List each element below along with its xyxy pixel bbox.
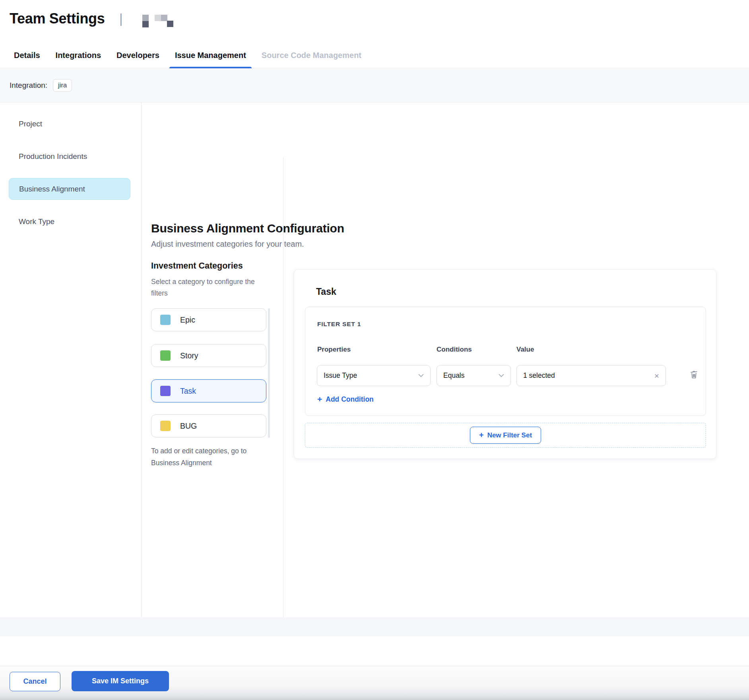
column-header-conditions: Conditions <box>437 346 472 354</box>
category-button-task[interactable]: Task <box>151 379 266 402</box>
redacted-team-name-pixel <box>155 15 161 21</box>
category-button-epic[interactable]: Epic <box>151 308 266 331</box>
categories-note: To add or edit categories, go to Busines… <box>151 445 264 469</box>
category-button-story[interactable]: Story <box>151 344 266 367</box>
content-area: Project Production Incidents Business Al… <box>0 102 749 617</box>
redacted-team-name-pixel <box>161 15 167 21</box>
category-label: Task <box>180 387 196 396</box>
redacted-team-name-pixel <box>142 21 149 27</box>
new-filter-set-label: New Filter Set <box>487 431 532 439</box>
tab-details[interactable]: Details <box>14 43 40 68</box>
save-im-settings-button[interactable]: Save IM Settings <box>72 671 169 691</box>
clear-value-icon[interactable]: × <box>654 371 659 380</box>
investment-categories-heading: Investment Categories <box>151 261 243 271</box>
integration-chip-jira: jira <box>53 79 72 92</box>
redacted-team-name-pixel <box>142 15 149 21</box>
task-filter-panel: Task FILTER SET 1 Properties Conditions … <box>294 269 716 459</box>
task-color-swatch <box>160 386 171 396</box>
section-heading: Business Alignment Configuration <box>151 222 344 235</box>
plus-icon: + <box>317 394 322 404</box>
panel-title: Task <box>316 286 336 297</box>
sidebar-item-production-incidents[interactable]: Production Incidents <box>9 145 130 167</box>
delete-condition-button[interactable] <box>688 367 700 381</box>
column-header-properties: Properties <box>317 346 351 354</box>
add-condition-label: Add Condition <box>326 395 374 404</box>
trash-icon <box>689 369 699 379</box>
property-dropdown[interactable]: Issue Type <box>317 365 431 386</box>
filter-set-title: FILTER SET 1 <box>317 321 361 328</box>
chevron-down-icon <box>499 374 504 377</box>
add-condition-button[interactable]: + Add Condition <box>317 394 374 404</box>
bug-color-swatch <box>160 421 171 431</box>
new-filter-set-zone: + New Filter Set <box>305 423 706 448</box>
property-dropdown-value: Issue Type <box>324 371 357 380</box>
category-list-scrollbar[interactable] <box>268 308 270 438</box>
category-button-bug[interactable]: BUG <box>151 414 266 437</box>
tab-bar: Details Integrations Developers Issue Ma… <box>0 43 749 68</box>
sidebar-item-business-alignment[interactable]: Business Alignment <box>9 178 130 200</box>
integration-label: Integration: <box>10 81 47 90</box>
page-title: Team Settings <box>10 10 105 27</box>
value-dropdown-value: 1 selected <box>523 371 555 380</box>
tab-source-code-management[interactable]: Source Code Management <box>262 43 361 68</box>
footer-bar: Cancel Save IM Settings <box>0 666 749 700</box>
sidebar-item-project[interactable]: Project <box>9 113 130 135</box>
investment-categories-helper: Select a category to configure the filte… <box>151 276 264 299</box>
column-header-value: Value <box>516 346 534 354</box>
condition-dropdown[interactable]: Equals <box>437 365 511 386</box>
category-label: Story <box>180 351 198 360</box>
epic-color-swatch <box>160 315 171 325</box>
page-background-band <box>0 617 749 636</box>
value-dropdown[interactable]: 1 selected × <box>516 365 666 386</box>
story-color-swatch <box>160 350 171 361</box>
cancel-button[interactable]: Cancel <box>10 672 60 691</box>
chevron-down-icon <box>418 374 424 377</box>
settings-sidenav: Project Production Incidents Business Al… <box>0 102 142 617</box>
section-subheading: Adjust investment categories for your te… <box>151 240 304 249</box>
title-separator: | <box>119 11 123 26</box>
tab-issue-management[interactable]: Issue Management <box>175 43 246 68</box>
category-label: Epic <box>180 315 195 325</box>
filter-set-1-box: FILTER SET 1 Properties Conditions Value… <box>305 307 706 416</box>
category-label: BUG <box>180 422 197 431</box>
tab-developers[interactable]: Developers <box>116 43 159 68</box>
new-filter-set-button[interactable]: + New Filter Set <box>470 427 541 444</box>
integration-bar: Integration: jira <box>0 68 749 102</box>
tab-integrations[interactable]: Integrations <box>56 43 101 68</box>
sidebar-item-work-type[interactable]: Work Type <box>9 211 130 232</box>
redacted-team-name-pixel <box>167 21 173 27</box>
condition-dropdown-value: Equals <box>443 371 465 380</box>
plus-icon: + <box>479 431 484 440</box>
team-settings-screen: Team Settings | Details Integrations Dev… <box>0 0 749 700</box>
